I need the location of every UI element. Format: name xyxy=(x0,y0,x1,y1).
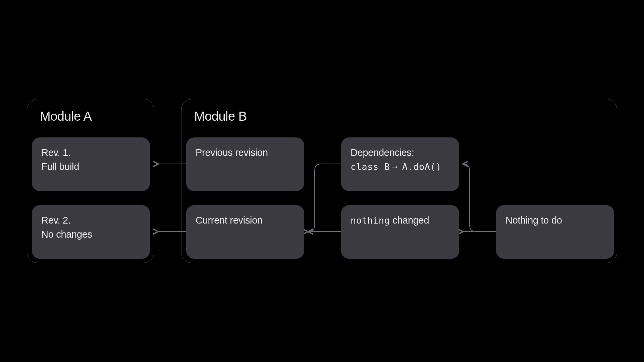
nothing-changed-box: nothing changed xyxy=(341,205,459,259)
rev2-status: No changes xyxy=(41,227,141,241)
dependencies-label: Dependencies: xyxy=(351,145,450,160)
current-revision-box: Current revision xyxy=(186,205,304,259)
module-b-title: Module B xyxy=(194,109,609,124)
changed-text: changed xyxy=(390,215,429,226)
previous-revision-label: Previous revision xyxy=(196,145,295,160)
previous-revision-box: Previous revision xyxy=(186,137,304,191)
dep-method: A.doA() xyxy=(402,162,441,172)
rev2-label: Rev. 2. xyxy=(41,213,141,227)
nothing-changed-text: nothing changed xyxy=(351,213,450,227)
nothing-mono: nothing xyxy=(351,215,390,226)
nothing-to-do-label: Nothing to do xyxy=(505,213,605,227)
dependencies-box: Dependencies: class B→ A.doA() xyxy=(341,137,459,191)
module-a-title: Module A xyxy=(40,109,146,124)
rev1-status: Full build xyxy=(41,160,141,174)
rev1-label: Rev. 1. xyxy=(41,145,141,160)
build-dependency-diagram: Module A Rev. 1. Full build Rev. 2. No c… xyxy=(27,99,617,263)
nothing-to-do-box: Nothing to do xyxy=(496,205,614,259)
dep-arrow: → xyxy=(390,161,399,172)
dependencies-code: class B→ A.doA() xyxy=(351,160,450,174)
current-revision-label: Current revision xyxy=(196,213,295,227)
dep-class: class B xyxy=(351,162,390,172)
module-a-rev2-box: Rev. 2. No changes xyxy=(32,205,150,259)
module-a-rev1-box: Rev. 1. Full build xyxy=(32,137,150,191)
module-a-container: Module A Rev. 1. Full build Rev. 2. No c… xyxy=(27,99,154,263)
module-b-container: Module B Previous revision Current revis… xyxy=(181,99,617,263)
